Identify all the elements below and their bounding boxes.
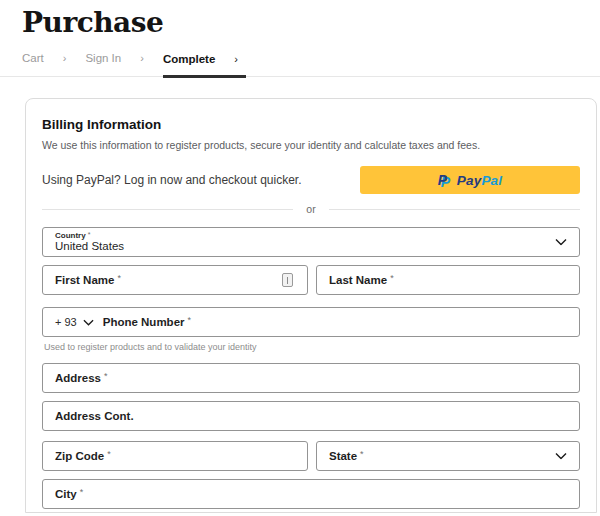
divider-line [42,209,293,210]
country-label: Country* [55,231,90,240]
address-field[interactable]: Address* [42,363,580,393]
last-name-field[interactable]: Last Name* [316,265,580,295]
name-row: First Name* Last Name* [42,265,580,295]
billing-information-card: Billing Information We use this informat… [25,98,597,513]
purchase-page: Purchase Cart › Sign In › Complete › Bil… [0,0,600,513]
address-cont-field[interactable]: Address Cont. [42,401,580,431]
chevron-right-icon: › [121,52,163,76]
zip-state-row: Zip Code* State* [42,441,580,471]
country-value: United States [55,240,124,253]
dial-code-select[interactable]: + 93 [55,316,94,328]
or-label: or [293,203,328,215]
chevron-down-icon [83,319,94,326]
breadcrumb-sign-in[interactable]: Sign In [85,52,121,76]
breadcrumb: Cart › Sign In › Complete › [0,52,600,77]
or-divider: or [42,203,580,215]
paypal-logo-icon: P P [438,172,452,188]
zip-code-label: Zip Code* [55,450,111,462]
billing-heading: Billing Information [42,117,580,132]
chevron-down-icon [555,239,567,246]
paypal-prompt: Using PayPal? Log in now and checkout qu… [42,173,302,187]
breadcrumb-complete[interactable]: Complete [163,53,215,75]
city-field[interactable]: City* [42,479,580,509]
country-select[interactable]: Country* United States [42,227,580,257]
state-select[interactable]: State* [316,441,580,471]
chevron-right-icon: › [215,53,246,75]
chevron-down-icon [555,453,567,460]
chevron-right-icon: › [44,52,86,76]
breadcrumb-active-group: Complete › [163,53,246,78]
first-name-field[interactable]: First Name* [42,265,308,295]
phone-number-field[interactable]: + 93 Phone Number* [42,307,580,337]
city-label: City* [55,488,83,500]
billing-description: We use this information to register prod… [42,139,580,151]
page-title: Purchase [0,0,600,39]
state-label: State* [329,450,364,462]
paypal-row: Using PayPal? Log in now and checkout qu… [42,166,580,194]
address-cont-label: Address Cont. [55,410,134,422]
first-name-label: First Name* [55,274,121,286]
last-name-label: Last Name* [329,274,394,286]
address-label: Address* [55,372,108,384]
paypal-button[interactable]: P P PayPal [360,166,580,194]
autofill-extension-icon[interactable] [282,273,293,287]
breadcrumb-cart[interactable]: Cart [22,52,44,76]
phone-number-label: Phone Number* [103,316,191,328]
dial-code-value: + 93 [55,316,77,328]
paypal-wordmark: PayPal [457,173,503,188]
divider-line [329,209,580,210]
phone-helper-text: Used to register products and to validat… [42,342,580,352]
zip-code-field[interactable]: Zip Code* [42,441,308,471]
